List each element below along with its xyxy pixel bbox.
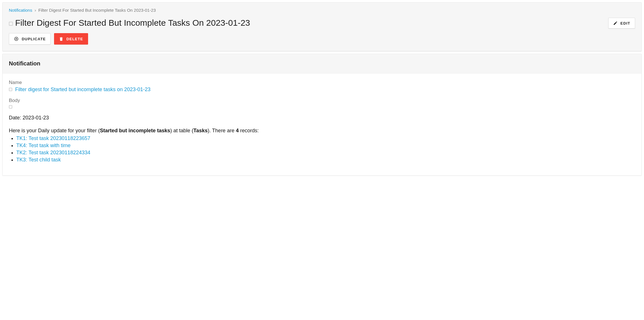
header-panel: Notifications › Filter Digest For Starte… [2, 2, 642, 51]
pencil-icon [613, 21, 618, 25]
breadcrumb-root-link[interactable]: Notifications [9, 8, 32, 13]
body-intro-prefix: Here is your Daily update for your filte… [9, 128, 100, 133]
body-date-line: Date: 2023-01-23 [9, 115, 635, 121]
body-filter-name: Started but incomplete tasks [100, 128, 170, 133]
notification-body: Date: 2023-01-23 Here is your Daily upda… [9, 115, 635, 163]
notification-section-heading: Notification [3, 54, 641, 73]
name-field-label: Name [9, 80, 635, 85]
duplicate-button[interactable]: DUPLICATE [9, 33, 51, 45]
body-field-label: Body [9, 98, 635, 103]
name-placeholder-icon [9, 88, 12, 91]
list-item: TK2: Test task 20230118224334 [16, 150, 635, 156]
body-record-list: TK1: Test task 20230118223657 TK4: Test … [9, 135, 635, 163]
delete-button-label: DELETE [66, 37, 83, 41]
list-item: TK4: Test task with time [16, 143, 635, 149]
breadcrumb: Notifications › Filter Digest For Starte… [9, 8, 635, 13]
trash-icon [59, 37, 63, 41]
body-intro-line: Here is your Daily update for your filte… [9, 127, 635, 134]
body-intro-suffix: records: [239, 128, 259, 133]
header-panel-body: Notifications › Filter Digest For Starte… [3, 3, 641, 51]
title-placeholder-icon [9, 22, 13, 26]
record-link[interactable]: TK2: Test task 20230118224334 [16, 150, 90, 155]
body-table-name: Tasks [193, 128, 208, 133]
name-value-link[interactable]: Filter digest for Started but incomplete… [15, 87, 150, 92]
record-link[interactable]: TK3: Test child task [16, 157, 61, 163]
edit-button[interactable]: EDIT [608, 18, 635, 29]
edit-button-label: EDIT [621, 21, 630, 25]
breadcrumb-current: Filter Digest For Started But Incomplete… [38, 8, 156, 13]
body-intro-after-table: ). There are [208, 128, 236, 133]
record-link[interactable]: TK4: Test task with time [16, 143, 71, 148]
breadcrumb-separator: › [33, 8, 37, 13]
record-link[interactable]: TK1: Test task 20230118223657 [16, 135, 90, 141]
page-title: Filter Digest For Started But Incomplete… [15, 18, 250, 28]
body-record-count: 4 [236, 128, 239, 133]
duplicate-icon [14, 36, 19, 41]
body-placeholder-icon [9, 105, 12, 109]
delete-button[interactable]: DELETE [54, 33, 88, 45]
list-item: TK1: Test task 20230118223657 [16, 135, 635, 141]
list-item: TK3: Test child task [16, 157, 635, 163]
notification-panel: Notification Name Filter digest for Star… [2, 54, 642, 176]
duplicate-button-label: DUPLICATE [22, 37, 46, 41]
body-intro-mid: ) at table ( [170, 128, 193, 133]
